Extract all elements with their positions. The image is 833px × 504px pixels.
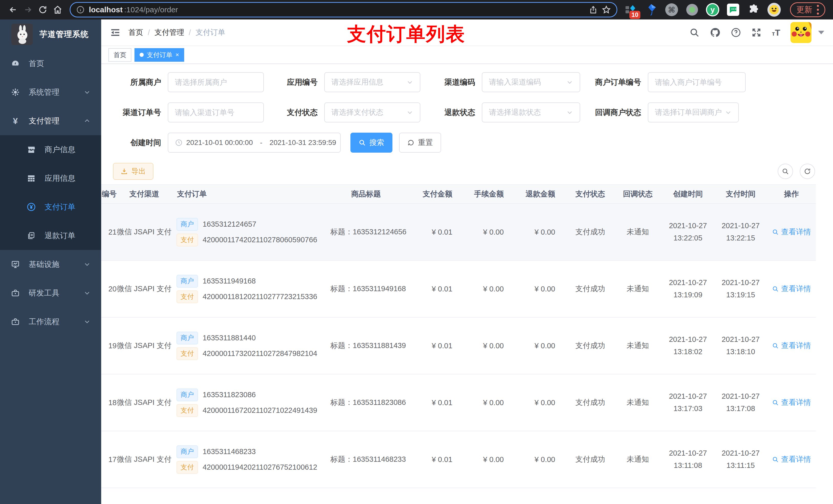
home-icon[interactable] <box>50 2 65 17</box>
sidebar-item-workflow[interactable]: 工作流程 <box>0 307 101 336</box>
site-info-icon[interactable] <box>76 5 85 14</box>
avatar-caret-down-icon[interactable] <box>818 31 824 34</box>
extension-kite-icon[interactable] <box>644 3 658 16</box>
breadcrumb-pay[interactable]: 支付管理 <box>154 27 184 38</box>
user-avatar[interactable] <box>790 22 811 43</box>
fullscreen-icon[interactable] <box>751 27 762 38</box>
browser-update-button[interactable]: 更新 <box>790 2 825 17</box>
create-time-start[interactable]: 2021-10-01 00:00:00 <box>186 139 253 147</box>
extension-chat-icon[interactable] <box>727 3 740 16</box>
sidebar-item-refund-order[interactable]: 退款订单 <box>0 221 101 250</box>
extensions-puzzle-icon[interactable] <box>747 3 760 16</box>
search-button-label: 搜索 <box>370 138 384 148</box>
table-row[interactable]: 21 微信 JSAPI 支付 商户1635312124657 支付4200001… <box>101 203 816 261</box>
sidebar-item-merchant-info[interactable]: 商户信息 <box>0 135 101 164</box>
extension-diamond-icon[interactable]: 10 <box>624 3 637 16</box>
view-detail-link[interactable]: 查看详情 <box>772 341 811 351</box>
show-search-toggle-button[interactable] <box>778 164 793 179</box>
chevron-down-icon <box>725 109 732 116</box>
cell-pay-time: 2021-10-2713:22:15 <box>714 203 767 261</box>
pay-tag: 支付 <box>176 234 198 246</box>
forward-icon[interactable] <box>21 2 35 17</box>
browser-profile-avatar[interactable] <box>767 3 781 16</box>
cell-title: 标题：1635311823086 <box>320 374 412 431</box>
url-path: :1024/pay/order <box>124 5 178 14</box>
notify-status-filter-select[interactable]: 请选择订单回调商户状态 <box>648 102 739 122</box>
sidebar-item-label: 应用信息 <box>45 173 75 184</box>
pay-tag: 支付 <box>176 461 198 474</box>
export-button[interactable]: 导出 <box>113 163 153 180</box>
share-icon[interactable] <box>589 5 598 14</box>
table-row[interactable]: 商户1635311351736 <box>101 488 816 504</box>
view-detail-link[interactable]: 查看详情 <box>772 284 811 294</box>
cell-create-time: 2021-10-2713:17:03 <box>662 374 714 431</box>
github-icon[interactable] <box>710 27 720 38</box>
back-icon[interactable] <box>6 2 21 17</box>
tag-pay-order[interactable]: 支付订单 × <box>135 48 184 62</box>
channel-pay-no: 4200001194202110276752100612 <box>203 463 317 472</box>
extension-green-dot-icon[interactable] <box>686 3 699 16</box>
table-row[interactable]: 19 微信 JSAPI 支付 商户1635311881440 支付4200001… <box>101 317 816 374</box>
merchant-order-no-filter-input[interactable] <box>648 72 746 92</box>
table-row[interactable]: 18 微信 JSAPI 支付 商户1635311823086 支付4200001… <box>101 374 816 431</box>
cell-pay-time: 2021-10-2713:19:15 <box>714 261 767 317</box>
sidebar-item-system[interactable]: 系统管理 <box>0 78 101 106</box>
close-icon[interactable]: × <box>175 51 179 58</box>
view-detail-link[interactable]: 查看详情 <box>772 227 811 237</box>
table-row[interactable]: 20 微信 JSAPI 支付 商户1635311949168 支付4200001… <box>101 261 816 317</box>
copy-document-icon <box>27 232 36 240</box>
sidebar-item-home[interactable]: 首页 <box>0 49 101 78</box>
col-title: 商品标题 <box>320 185 412 203</box>
refresh-table-button[interactable] <box>800 164 815 179</box>
channel-order-no-input[interactable] <box>175 108 257 117</box>
sidebar-item-app-info[interactable]: 应用信息 <box>0 164 101 193</box>
view-detail-link[interactable]: 查看详情 <box>772 398 811 408</box>
sidebar-item-pay-order[interactable]: 支付订单 <box>0 193 101 221</box>
extension-y-icon[interactable]: y <box>706 3 719 16</box>
app-no-filter-select[interactable]: 请选择应用信息 <box>324 72 420 92</box>
create-time-end[interactable]: 2021-10-31 23:59:59 <box>269 139 336 147</box>
cell-actions: 查看详情 <box>767 261 816 317</box>
sidebar-item-pay[interactable]: ¥ 支付管理 <box>0 106 101 135</box>
cell-channel <box>117 488 172 504</box>
merchant-input[interactable] <box>175 78 257 87</box>
create-time-range-picker[interactable]: 2021-10-01 00:00:00 - 2021-10-31 23:59:5… <box>168 133 341 153</box>
view-detail-link[interactable]: 查看详情 <box>772 454 811 464</box>
url-bar[interactable]: localhost:1024/pay/order <box>70 2 617 18</box>
merchant-order-no: 1635311949168 <box>203 277 256 285</box>
col-fee: 手续金额 <box>463 185 515 203</box>
reload-icon[interactable] <box>35 2 50 17</box>
pay-status-filter-select[interactable]: 请选择支付状态 <box>324 102 420 122</box>
create-time-filter-label: 创建时间 <box>101 138 168 148</box>
extension-command-icon[interactable]: ⌘ <box>665 3 678 16</box>
sidebar-item-label: 系统管理 <box>29 87 60 98</box>
table-row[interactable]: 17 微信 JSAPI 支付 商户1635311468233 支付4200001… <box>101 431 816 488</box>
collapse-sidebar-icon[interactable] <box>110 27 121 38</box>
search-icon[interactable] <box>689 27 699 38</box>
gear-icon <box>11 88 20 97</box>
help-icon[interactable] <box>731 27 741 38</box>
cell-fee: ¥ 0.00 <box>463 203 515 261</box>
bookmark-star-icon[interactable] <box>602 5 611 14</box>
search-button[interactable]: 搜索 <box>351 133 392 153</box>
cell-status: 支付成功 <box>566 203 614 261</box>
sidebar-item-devtools[interactable]: 研发工具 <box>0 279 101 307</box>
sidebar-item-infra[interactable]: 基础设施 <box>0 250 101 279</box>
merchant-order-no-input[interactable] <box>655 78 738 87</box>
channel-order-no-filter-input[interactable] <box>168 102 264 122</box>
tag-label: 首页 <box>114 51 126 59</box>
browser-menu-icon[interactable] <box>817 5 819 15</box>
page-title-annotation: 支付订单列表 <box>347 22 466 47</box>
app-logo[interactable]: 芋道管理系统 <box>0 20 101 49</box>
merchant-filter-input[interactable] <box>168 72 264 92</box>
refund-status-placeholder: 请选择退款状态 <box>489 107 541 118</box>
refund-status-filter-select[interactable]: 请选择退款状态 <box>482 102 580 122</box>
breadcrumb-home[interactable]: 首页 <box>128 27 143 38</box>
font-size-icon[interactable]: тT <box>772 28 780 38</box>
channel-code-filter-select[interactable]: 请输入渠道编码 <box>482 72 580 92</box>
table-toolbar: 导出 <box>101 163 833 180</box>
reset-button[interactable]: 重置 <box>399 133 441 153</box>
sidebar-item-label: 首页 <box>29 58 44 69</box>
chevron-down-icon <box>406 109 413 116</box>
tag-home[interactable]: 首页 <box>109 48 132 62</box>
